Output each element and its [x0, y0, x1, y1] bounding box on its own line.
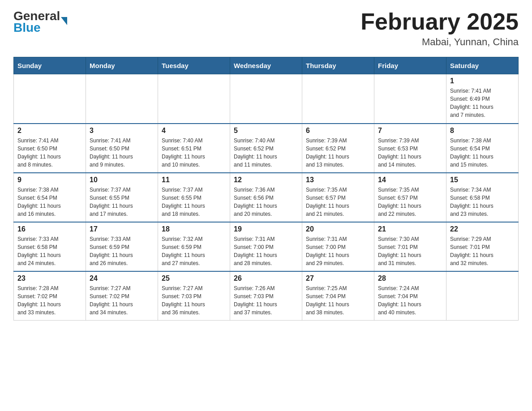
- calendar-cell: [14, 74, 86, 124]
- calendar-cell: 22Sunrise: 7:29 AMSunset: 7:01 PMDayligh…: [446, 222, 519, 271]
- calendar-cell: 28Sunrise: 7:24 AMSunset: 7:04 PMDayligh…: [374, 271, 446, 321]
- day-number: 10: [90, 176, 154, 184]
- day-number: 5: [234, 127, 298, 135]
- day-info: Sunrise: 7:27 AMSunset: 7:02 PMDaylight:…: [90, 284, 154, 317]
- calendar-cell: [86, 74, 158, 124]
- day-number: 18: [162, 225, 226, 233]
- day-info: Sunrise: 7:26 AMSunset: 7:03 PMDaylight:…: [234, 284, 298, 317]
- day-info: Sunrise: 7:35 AMSunset: 6:57 PMDaylight:…: [378, 186, 442, 218]
- calendar-cell: 9Sunrise: 7:38 AMSunset: 6:54 PMDaylight…: [14, 173, 86, 222]
- calendar-cell: 10Sunrise: 7:37 AMSunset: 6:55 PMDayligh…: [86, 173, 158, 222]
- day-number: 12: [234, 176, 298, 184]
- day-info: Sunrise: 7:36 AMSunset: 6:56 PMDaylight:…: [234, 186, 298, 218]
- calendar-cell: [374, 74, 446, 124]
- day-number: 26: [234, 274, 298, 283]
- day-number: 13: [306, 176, 370, 184]
- day-info: Sunrise: 7:27 AMSunset: 7:03 PMDaylight:…: [162, 284, 226, 317]
- weekday-header-saturday: Saturday: [446, 57, 519, 74]
- calendar-cell: 25Sunrise: 7:27 AMSunset: 7:03 PMDayligh…: [158, 271, 230, 321]
- calendar-cell: 24Sunrise: 7:27 AMSunset: 7:02 PMDayligh…: [86, 271, 158, 321]
- calendar-cell: 14Sunrise: 7:35 AMSunset: 6:57 PMDayligh…: [374, 173, 446, 222]
- calendar-cell: 6Sunrise: 7:39 AMSunset: 6:52 PMDaylight…: [302, 124, 374, 173]
- calendar-cell: 1Sunrise: 7:41 AMSunset: 6:49 PMDaylight…: [446, 74, 519, 124]
- day-info: Sunrise: 7:39 AMSunset: 6:52 PMDaylight:…: [306, 137, 370, 169]
- calendar-week-row: 23Sunrise: 7:28 AMSunset: 7:02 PMDayligh…: [14, 271, 519, 321]
- calendar-week-row: 2Sunrise: 7:41 AMSunset: 6:50 PMDaylight…: [14, 124, 519, 173]
- day-info: Sunrise: 7:40 AMSunset: 6:51 PMDaylight:…: [162, 137, 226, 169]
- calendar-table: SundayMondayTuesdayWednesdayThursdayFrid…: [13, 57, 519, 321]
- day-number: 9: [17, 176, 82, 184]
- day-number: 23: [17, 274, 82, 283]
- day-number: 3: [90, 127, 154, 135]
- weekday-header-friday: Friday: [374, 57, 446, 74]
- weekday-header-monday: Monday: [86, 57, 158, 74]
- day-number: 15: [450, 176, 515, 184]
- calendar-cell: 21Sunrise: 7:30 AMSunset: 7:01 PMDayligh…: [374, 222, 446, 271]
- day-number: 25: [162, 274, 226, 283]
- day-info: Sunrise: 7:41 AMSunset: 6:50 PMDaylight:…: [90, 137, 154, 169]
- day-number: 19: [234, 225, 298, 233]
- calendar-week-row: 9Sunrise: 7:38 AMSunset: 6:54 PMDaylight…: [14, 173, 519, 222]
- calendar-cell: 18Sunrise: 7:32 AMSunset: 6:59 PMDayligh…: [158, 222, 230, 271]
- calendar-cell: 26Sunrise: 7:26 AMSunset: 7:03 PMDayligh…: [230, 271, 302, 321]
- calendar-cell: 23Sunrise: 7:28 AMSunset: 7:02 PMDayligh…: [14, 271, 86, 321]
- day-number: 21: [378, 225, 442, 233]
- calendar-cell: 3Sunrise: 7:41 AMSunset: 6:50 PMDaylight…: [86, 124, 158, 173]
- calendar-cell: [230, 74, 302, 124]
- calendar-cell: 2Sunrise: 7:41 AMSunset: 6:50 PMDaylight…: [14, 124, 86, 173]
- day-number: 27: [306, 274, 370, 283]
- logo-blue-text: Blue: [13, 21, 67, 35]
- day-info: Sunrise: 7:34 AMSunset: 6:58 PMDaylight:…: [450, 186, 515, 218]
- day-number: 4: [162, 127, 226, 135]
- day-info: Sunrise: 7:29 AMSunset: 7:01 PMDaylight:…: [450, 235, 515, 267]
- day-number: 11: [162, 176, 226, 184]
- logo: General Blue: [13, 9, 67, 35]
- weekday-header-row: SundayMondayTuesdayWednesdayThursdayFrid…: [14, 57, 519, 74]
- day-number: 24: [90, 274, 154, 283]
- day-number: 28: [378, 274, 442, 283]
- calendar-cell: 5Sunrise: 7:40 AMSunset: 6:52 PMDaylight…: [230, 124, 302, 173]
- calendar-week-row: 1Sunrise: 7:41 AMSunset: 6:49 PMDaylight…: [14, 74, 519, 124]
- day-number: 16: [17, 225, 82, 233]
- calendar-cell: 13Sunrise: 7:35 AMSunset: 6:57 PMDayligh…: [302, 173, 374, 222]
- calendar-cell: 12Sunrise: 7:36 AMSunset: 6:56 PMDayligh…: [230, 173, 302, 222]
- day-info: Sunrise: 7:38 AMSunset: 6:54 PMDaylight:…: [450, 137, 515, 169]
- day-number: 7: [378, 127, 442, 135]
- day-info: Sunrise: 7:24 AMSunset: 7:04 PMDaylight:…: [378, 284, 442, 317]
- day-info: Sunrise: 7:38 AMSunset: 6:54 PMDaylight:…: [17, 186, 82, 218]
- calendar-cell: 11Sunrise: 7:37 AMSunset: 6:55 PMDayligh…: [158, 173, 230, 222]
- calendar-cell: 7Sunrise: 7:39 AMSunset: 6:53 PMDaylight…: [374, 124, 446, 173]
- calendar-cell: [302, 74, 374, 124]
- calendar-cell: 17Sunrise: 7:33 AMSunset: 6:59 PMDayligh…: [86, 222, 158, 271]
- page-header: General Blue February 2025 Mabai, Yunnan…: [13, 9, 519, 48]
- location-title: Mabai, Yunnan, China: [360, 36, 519, 48]
- calendar-cell: [446, 271, 519, 321]
- day-info: Sunrise: 7:37 AMSunset: 6:55 PMDaylight:…: [90, 186, 154, 218]
- calendar-week-row: 16Sunrise: 7:33 AMSunset: 6:58 PMDayligh…: [14, 222, 519, 271]
- calendar-cell: 4Sunrise: 7:40 AMSunset: 6:51 PMDaylight…: [158, 124, 230, 173]
- day-number: 20: [306, 225, 370, 233]
- day-number: 17: [90, 225, 154, 233]
- calendar-cell: 19Sunrise: 7:31 AMSunset: 7:00 PMDayligh…: [230, 222, 302, 271]
- calendar-cell: 8Sunrise: 7:38 AMSunset: 6:54 PMDaylight…: [446, 124, 519, 173]
- weekday-header-sunday: Sunday: [14, 57, 86, 74]
- day-info: Sunrise: 7:31 AMSunset: 7:00 PMDaylight:…: [306, 235, 370, 267]
- day-number: 6: [306, 127, 370, 135]
- day-number: 8: [450, 127, 515, 135]
- day-info: Sunrise: 7:25 AMSunset: 7:04 PMDaylight:…: [306, 284, 370, 317]
- day-number: 1: [450, 77, 515, 85]
- day-number: 22: [450, 225, 515, 233]
- day-info: Sunrise: 7:37 AMSunset: 6:55 PMDaylight:…: [162, 186, 226, 218]
- day-info: Sunrise: 7:30 AMSunset: 7:01 PMDaylight:…: [378, 235, 442, 267]
- day-number: 14: [378, 176, 442, 184]
- weekday-header-wednesday: Wednesday: [230, 57, 302, 74]
- day-info: Sunrise: 7:40 AMSunset: 6:52 PMDaylight:…: [234, 137, 298, 169]
- day-number: 2: [17, 127, 82, 135]
- day-info: Sunrise: 7:32 AMSunset: 6:59 PMDaylight:…: [162, 235, 226, 267]
- calendar-cell: 20Sunrise: 7:31 AMSunset: 7:00 PMDayligh…: [302, 222, 374, 271]
- calendar-cell: 27Sunrise: 7:25 AMSunset: 7:04 PMDayligh…: [302, 271, 374, 321]
- weekday-header-tuesday: Tuesday: [158, 57, 230, 74]
- day-info: Sunrise: 7:35 AMSunset: 6:57 PMDaylight:…: [306, 186, 370, 218]
- calendar-cell: 16Sunrise: 7:33 AMSunset: 6:58 PMDayligh…: [14, 222, 86, 271]
- day-info: Sunrise: 7:33 AMSunset: 6:59 PMDaylight:…: [90, 235, 154, 267]
